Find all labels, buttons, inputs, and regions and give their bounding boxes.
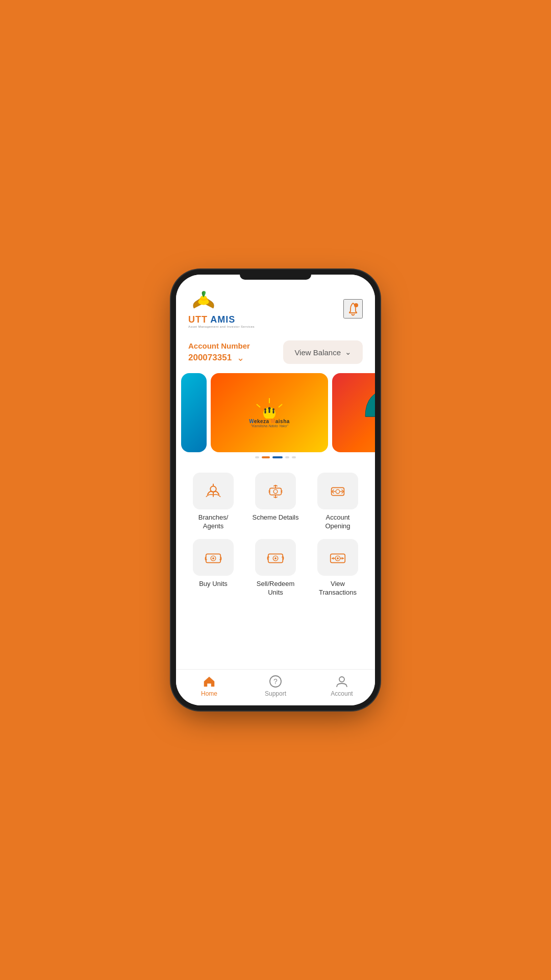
svg-line-8 bbox=[257, 404, 260, 407]
menu-icon-box-sell-redeem bbox=[255, 539, 296, 576]
menu-icon-box-buy-units bbox=[193, 539, 234, 576]
header: UTT AMIS Asset Management and Investor S… bbox=[176, 275, 375, 333]
banner-card-wekeza[interactable]: Wekeza Maisha "Kamilisha Ndoto Yako" bbox=[211, 373, 328, 452]
banner-section: Wekeza Maisha "Kamilisha Ndoto Yako" bbox=[176, 369, 375, 464]
bottom-nav: Home ? Support Account bbox=[176, 669, 375, 705]
menu-item-branches[interactable]: Branches/Agents bbox=[186, 473, 240, 531]
svg-point-13 bbox=[272, 408, 274, 410]
menu-label-sell-redeem: Sell/RedeemUnits bbox=[257, 580, 294, 597]
wekeza-sun-icon bbox=[252, 398, 287, 419]
dot-1 bbox=[255, 456, 259, 458]
scheme-icon bbox=[266, 481, 285, 501]
app-logo-icon bbox=[188, 289, 219, 314]
phone-frame: UTT AMIS Asset Management and Investor S… bbox=[176, 275, 375, 705]
svg-text:?: ? bbox=[273, 677, 278, 685]
map-pin-icon bbox=[204, 481, 223, 501]
umbrella-icon bbox=[360, 386, 375, 447]
account-left: Account Number 200073351 ⌄ bbox=[188, 341, 250, 363]
umbrella-container bbox=[332, 373, 375, 452]
account-icon bbox=[335, 675, 348, 688]
menu-item-account-opening[interactable]: AccountOpening bbox=[311, 473, 365, 531]
view-balance-button[interactable]: View Balance ⌄ bbox=[283, 340, 363, 364]
logo-area: UTT AMIS Asset Management and Investor S… bbox=[188, 289, 255, 328]
menu-label-buy-units: Buy Units bbox=[199, 580, 228, 589]
nav-item-support[interactable]: ? Support bbox=[242, 675, 309, 697]
view-balance-label: View Balance bbox=[294, 348, 341, 357]
phone-notch bbox=[240, 275, 311, 280]
nav-item-account[interactable]: Account bbox=[309, 675, 375, 697]
account-label: Account Number bbox=[188, 341, 250, 350]
dot-5 bbox=[292, 456, 296, 458]
svg-point-9 bbox=[264, 408, 266, 410]
account-section: Account Number 200073351 ⌄ View Balance … bbox=[176, 333, 375, 369]
sell-redeem-icon bbox=[266, 548, 285, 567]
dot-2 bbox=[262, 456, 270, 458]
wekeza-tagline: "Kamilisha Ndoto Yako" bbox=[251, 424, 288, 428]
logo-subtitle: Asset Management and Investor Services bbox=[188, 325, 255, 328]
buy-units-icon bbox=[204, 548, 223, 567]
home-icon bbox=[203, 675, 216, 688]
menu-item-view-transactions[interactable]: ViewTransactions bbox=[311, 539, 365, 597]
nav-label-home: Home bbox=[201, 690, 217, 697]
svg-point-30 bbox=[336, 489, 340, 494]
view-balance-chevron: ⌄ bbox=[345, 348, 352, 357]
svg-rect-27 bbox=[270, 488, 282, 495]
menu-item-sell-redeem[interactable]: Sell/RedeemUnits bbox=[248, 539, 303, 597]
menu-icon-box-branches bbox=[193, 473, 234, 509]
account-opening-icon bbox=[328, 481, 347, 501]
bell-icon bbox=[346, 302, 360, 316]
svg-point-28 bbox=[273, 489, 278, 494]
banner-card-insurance[interactable] bbox=[332, 373, 375, 452]
svg-point-11 bbox=[268, 407, 271, 409]
menu-label-view-transactions: ViewTransactions bbox=[319, 580, 357, 597]
svg-point-42 bbox=[339, 677, 344, 682]
help-icon: ? bbox=[269, 675, 282, 688]
svg-point-36 bbox=[274, 557, 277, 559]
svg-rect-14 bbox=[273, 410, 274, 413]
menu-label-branches: Branches/Agents bbox=[198, 513, 229, 531]
svg-point-4 bbox=[354, 303, 358, 307]
svg-point-39 bbox=[337, 557, 339, 559]
menu-grid: Branches/Agents bbox=[176, 464, 375, 605]
menu-item-buy-units[interactable]: Buy Units bbox=[186, 539, 240, 597]
svg-rect-12 bbox=[269, 409, 270, 413]
wekeza-logo: Wekeza Maisha "Kamilisha Ndoto Yako" bbox=[249, 398, 290, 428]
menu-icon-box-account-opening bbox=[317, 473, 358, 509]
menu-icon-box-scheme bbox=[255, 473, 296, 509]
menu-item-scheme[interactable]: Scheme Details bbox=[248, 473, 303, 531]
account-dropdown-icon[interactable]: ⌄ bbox=[237, 352, 244, 363]
view-transactions-icon bbox=[328, 548, 347, 567]
nav-item-home[interactable]: Home bbox=[176, 675, 242, 697]
banner-track: Wekeza Maisha "Kamilisha Ndoto Yako" bbox=[176, 373, 375, 452]
menu-label-scheme: Scheme Details bbox=[252, 513, 298, 522]
dot-3 bbox=[272, 456, 283, 458]
svg-line-7 bbox=[279, 404, 282, 407]
nav-label-account: Account bbox=[331, 690, 353, 697]
screen: UTT AMIS Asset Management and Investor S… bbox=[176, 275, 375, 705]
wekeza-brand-text: Wekeza Maisha bbox=[249, 419, 290, 424]
svg-point-33 bbox=[212, 557, 214, 559]
account-number-row: 200073351 ⌄ bbox=[188, 352, 250, 363]
menu-icon-box-view-transactions bbox=[317, 539, 358, 576]
logo-amis: AMIS bbox=[210, 314, 235, 325]
svg-rect-10 bbox=[265, 410, 266, 413]
logo-utt: UTT bbox=[188, 314, 208, 325]
banner-card-partial[interactable] bbox=[181, 373, 207, 452]
dot-4 bbox=[285, 456, 289, 458]
logo-text: UTT AMIS Asset Management and Investor S… bbox=[188, 314, 255, 328]
nav-label-support: Support bbox=[265, 690, 286, 697]
account-number: 200073351 bbox=[188, 353, 232, 363]
menu-label-account-opening: AccountOpening bbox=[325, 513, 350, 531]
notification-button[interactable] bbox=[343, 299, 363, 318]
banner-dots bbox=[176, 452, 375, 460]
